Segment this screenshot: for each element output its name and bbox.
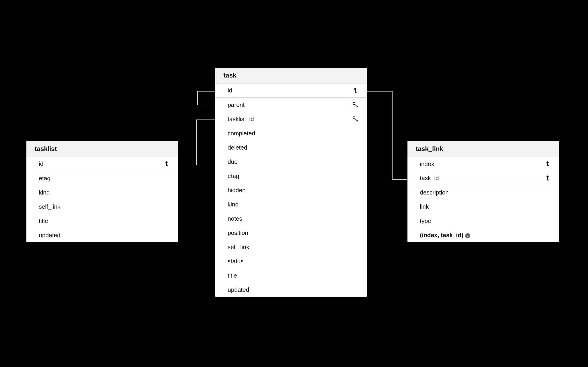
svg-rect-5 [355, 92, 356, 93]
column-tasklist-kind[interactable]: kind [26, 185, 178, 200]
column-tasklist-self-link[interactable]: self_link [26, 200, 178, 214]
table-tasklist[interactable]: tasklist id etag kind self_link title up… [26, 141, 178, 242]
column-label: self_link [39, 203, 61, 210]
connector-tasklist-to-task [178, 118, 215, 167]
column-tasklink-composite-key[interactable]: (index, task_id)i [407, 228, 559, 242]
column-tasklist-id[interactable]: id [26, 157, 178, 171]
column-label: status [228, 258, 243, 265]
svg-rect-13 [547, 179, 549, 180]
column-task-id[interactable]: id [215, 83, 367, 98]
er-diagram-canvas: tasklist id etag kind self_link title up… [0, 0, 588, 367]
column-label: kind [228, 201, 239, 208]
column-label: position [228, 229, 248, 236]
column-label: completed [228, 130, 255, 137]
svg-point-3 [354, 88, 356, 90]
column-tasklink-description[interactable]: description [407, 185, 559, 200]
column-label: link [420, 203, 429, 210]
column-label: etag [39, 175, 51, 182]
table-header-task: task [215, 68, 367, 83]
connector-task-self-parent [195, 90, 215, 106]
column-tasklist-etag[interactable]: etag [26, 171, 178, 185]
primary-key-icon [163, 161, 170, 167]
column-task-notes[interactable]: notes [215, 211, 367, 226]
svg-point-0 [165, 161, 167, 163]
column-task-title[interactable]: title [215, 268, 367, 283]
primary-key-icon [544, 161, 551, 167]
column-label: tasklist_id [228, 116, 254, 123]
info-icon: i [465, 233, 470, 238]
column-label: title [39, 217, 48, 225]
column-label: deleted [228, 144, 247, 151]
column-tasklink-type[interactable]: type [407, 214, 559, 228]
primary-key-icon [352, 87, 359, 94]
foreign-key-icon [352, 116, 359, 122]
svg-point-11 [546, 175, 548, 177]
table-header-task-link: task_link [407, 141, 559, 157]
column-task-hidden[interactable]: hidden [215, 183, 367, 197]
column-label: hidden [228, 187, 246, 194]
column-label: index [420, 161, 434, 168]
table-task-link[interactable]: task_link index task_id description link… [407, 141, 559, 242]
column-task-tasklist-id[interactable]: tasklist_id [215, 112, 367, 126]
svg-rect-2 [166, 165, 168, 166]
column-task-etag[interactable]: etag [215, 169, 367, 183]
column-label: due [228, 158, 237, 165]
column-label: id [228, 87, 232, 94]
column-tasklist-title[interactable]: title [26, 214, 178, 228]
column-task-parent[interactable]: parent [215, 98, 367, 112]
svg-point-6 [353, 102, 355, 105]
primary-key-icon [544, 175, 551, 181]
column-tasklink-link[interactable]: link [407, 200, 559, 214]
column-label: id [39, 160, 43, 167]
svg-rect-10 [547, 165, 549, 166]
column-label: description [420, 189, 449, 196]
table-header-tasklist: tasklist [26, 141, 178, 157]
column-label: title [228, 272, 237, 279]
connector-task-to-tasklink [367, 90, 407, 181]
column-label: notes [228, 215, 242, 222]
column-label: etag [228, 173, 239, 180]
column-label: updated [39, 232, 61, 239]
column-tasklink-task-id[interactable]: task_id [407, 171, 559, 185]
column-task-completed[interactable]: completed [215, 126, 367, 140]
column-task-status[interactable]: status [215, 254, 367, 268]
column-label: parent [228, 101, 245, 108]
column-label: kind [39, 189, 50, 196]
column-task-self-link[interactable]: self_link [215, 240, 367, 254]
column-label: (index, task_id)i [420, 232, 470, 239]
column-task-due[interactable]: due [215, 155, 367, 169]
foreign-key-icon [352, 102, 359, 108]
table-task[interactable]: task id parent tasklist_id completed del… [215, 67, 367, 297]
column-task-deleted[interactable]: deleted [215, 140, 367, 155]
column-task-updated[interactable]: updated [215, 283, 367, 297]
column-label: task_id [420, 175, 439, 182]
column-tasklink-index[interactable]: index [407, 157, 559, 171]
svg-point-7 [353, 117, 355, 119]
column-tasklist-updated[interactable]: updated [26, 228, 178, 242]
column-label: self_link [228, 244, 249, 251]
column-task-kind[interactable]: kind [215, 197, 367, 211]
column-label: updated [228, 286, 249, 293]
column-label: type [420, 217, 431, 225]
svg-point-8 [546, 161, 548, 163]
column-task-position[interactable]: position [215, 226, 367, 240]
